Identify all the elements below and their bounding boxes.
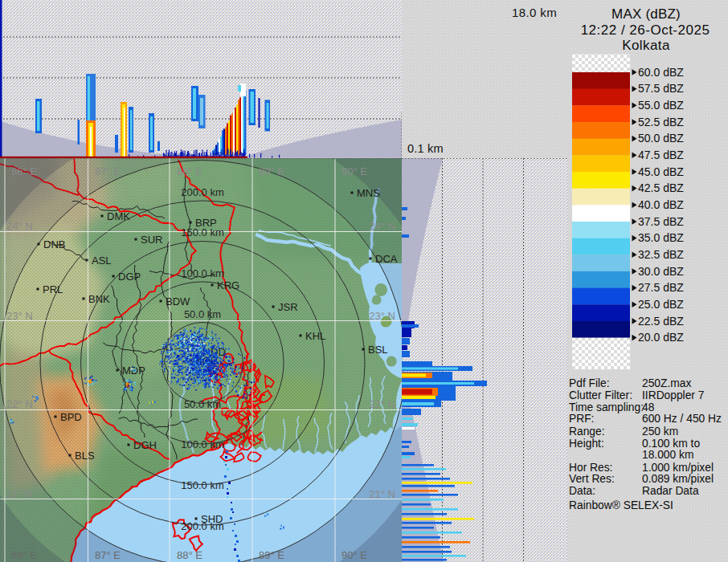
svg-text:89° E: 89° E — [259, 165, 284, 177]
svg-text:48: 48 — [642, 401, 655, 413]
svg-text:100.0 km: 100.0 km — [181, 267, 223, 279]
svg-text:22° N: 22° N — [369, 398, 395, 410]
svg-text:1.000 km/pixel: 1.000 km/pixel — [642, 462, 714, 474]
svg-text:DCA: DCA — [375, 253, 398, 265]
svg-text:27.5 dBZ: 27.5 dBZ — [638, 281, 684, 294]
svg-text:SHD: SHD — [201, 513, 223, 525]
svg-text:BLS: BLS — [75, 450, 95, 462]
svg-text:88° E: 88° E — [177, 549, 202, 561]
svg-text:18.0 km: 18.0 km — [512, 6, 557, 19]
svg-text:50.0 km: 50.0 km — [184, 308, 221, 320]
svg-text:24° N: 24° N — [6, 220, 33, 232]
svg-text:PRF:: PRF: — [569, 413, 594, 425]
svg-text:PRL: PRL — [43, 283, 63, 295]
svg-text:0.089 km/pixel: 0.089 km/pixel — [642, 473, 714, 485]
svg-text:50.0 km: 50.0 km — [184, 398, 221, 410]
svg-text:47.5 dBZ: 47.5 dBZ — [638, 149, 684, 161]
svg-text:BNK: BNK — [88, 293, 110, 305]
svg-text:BDW: BDW — [166, 295, 190, 307]
svg-text:89° E: 89° E — [259, 549, 284, 561]
svg-text:90° E: 90° E — [342, 165, 367, 177]
svg-text:JSR: JSR — [278, 301, 298, 313]
svg-text:250Z.max: 250Z.max — [642, 377, 691, 389]
svg-text:DGP: DGP — [118, 271, 141, 283]
svg-text:55.0 dBZ: 55.0 dBZ — [638, 99, 684, 112]
svg-text:40.0 dBZ: 40.0 dBZ — [638, 198, 684, 211]
svg-text:50.0 dBZ: 50.0 dBZ — [638, 132, 684, 145]
svg-text:IIRDoppler 7: IIRDoppler 7 — [642, 389, 704, 401]
svg-text:88° E: 88° E — [177, 165, 202, 177]
svg-text:35.0 dBZ: 35.0 dBZ — [638, 231, 684, 244]
svg-text:20.0 dBZ: 20.0 dBZ — [638, 331, 684, 344]
svg-text:52.5 dBZ: 52.5 dBZ — [638, 116, 684, 128]
svg-text:22.5 dBZ: 22.5 dBZ — [638, 315, 684, 328]
svg-text:BRP: BRP — [195, 217, 217, 229]
svg-text:23° N: 23° N — [369, 310, 395, 322]
svg-text:Time sampling:: Time sampling: — [569, 401, 644, 413]
svg-text:22° N: 22° N — [6, 398, 33, 410]
svg-text:KRG: KRG — [217, 279, 239, 291]
svg-text:DNB: DNB — [43, 238, 65, 250]
svg-text:45.0 dBZ: 45.0 dBZ — [638, 165, 684, 178]
svg-text:21° N: 21° N — [369, 488, 395, 500]
svg-text:90° E: 90° E — [342, 549, 367, 561]
svg-text:30.0 dBZ: 30.0 dBZ — [638, 265, 684, 278]
svg-text:0.1 km: 0.1 km — [407, 142, 444, 155]
svg-text:42.5 dBZ: 42.5 dBZ — [638, 181, 684, 194]
svg-text:DMK: DMK — [107, 210, 130, 222]
svg-text:21° N: 21° N — [6, 488, 33, 500]
svg-text:Kolkata: Kolkata — [622, 38, 670, 53]
svg-text:DGH: DGH — [133, 439, 157, 451]
svg-text:Hor Res:: Hor Res: — [569, 462, 612, 474]
svg-text:Height:: Height: — [569, 438, 604, 450]
svg-text:Range:: Range: — [569, 426, 605, 438]
svg-text:600 Hz / 450 Hz: 600 Hz / 450 Hz — [642, 413, 722, 425]
svg-text:150.0 km: 150.0 km — [181, 479, 223, 491]
svg-text:200.0 km: 200.0 km — [181, 186, 223, 198]
svg-text:Radar Data: Radar Data — [642, 485, 699, 497]
svg-text:86° E: 86° E — [11, 165, 37, 177]
svg-text:Pdf File:: Pdf File: — [569, 377, 610, 389]
svg-text:37.5 dBZ: 37.5 dBZ — [638, 215, 684, 228]
svg-text:87° E: 87° E — [95, 549, 121, 561]
svg-text:57.5 dBZ: 57.5 dBZ — [638, 82, 684, 95]
svg-text:25.0 dBZ: 25.0 dBZ — [638, 298, 684, 311]
svg-text:100.0 km: 100.0 km — [181, 438, 223, 450]
svg-text:Vert Res:: Vert Res: — [569, 473, 615, 485]
svg-text:BSL: BSL — [368, 344, 388, 356]
svg-text:23° N: 23° N — [6, 310, 33, 322]
svg-text:18.000 km: 18.000 km — [642, 449, 693, 461]
svg-text:MAX (dBZ): MAX (dBZ) — [611, 6, 681, 22]
svg-text:Data:: Data: — [569, 485, 595, 497]
svg-text:60.0 dBZ: 60.0 dBZ — [638, 66, 684, 79]
svg-text:ASL: ASL — [92, 255, 112, 267]
svg-text:86° E: 86° E — [11, 549, 37, 561]
svg-text:Rainbow® SELEX-SI: Rainbow® SELEX-SI — [569, 499, 673, 511]
svg-text:BPD: BPD — [60, 411, 82, 423]
svg-text:12:22 / 26-Oct-2025: 12:22 / 26-Oct-2025 — [581, 22, 710, 38]
svg-text:32.5 dBZ: 32.5 dBZ — [638, 248, 684, 261]
svg-text:Clutter Filter:: Clutter Filter: — [569, 389, 632, 401]
svg-text:24° N: 24° N — [369, 220, 395, 232]
svg-text:KHL: KHL — [305, 330, 325, 342]
svg-text:250 km: 250 km — [642, 426, 678, 438]
svg-text:0.100 km to: 0.100 km to — [642, 438, 700, 450]
svg-text:MNS: MNS — [357, 187, 380, 199]
svg-text:87° E: 87° E — [95, 165, 121, 177]
svg-text:SUR: SUR — [141, 234, 162, 246]
